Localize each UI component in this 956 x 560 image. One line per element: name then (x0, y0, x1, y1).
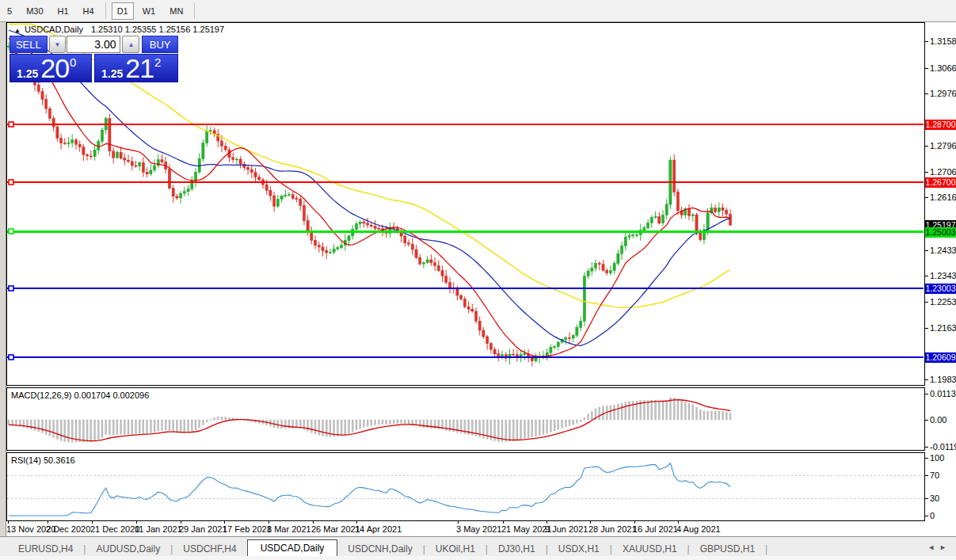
date-axis-tick (269, 521, 269, 524)
chart-tabs: EURUSD,H4|AUDUSD,Daily|USDCHF,H4USDCAD,D… (8, 539, 767, 558)
tf-mn-button[interactable]: MN (164, 2, 189, 20)
price-tag: 1.25003 (925, 227, 956, 238)
tf-h4-button[interactable]: H4 (78, 2, 100, 20)
price-axis-tick (925, 250, 928, 251)
chart-tab-usdcnh-daily[interactable]: USDCNH,Daily (337, 541, 422, 557)
price-axis-label: 1.27960 (930, 141, 956, 150)
status-strip (0, 556, 956, 560)
date-axis-label: 17 Feb 2021 (223, 524, 272, 534)
date-axis-label: 14 Apr 2021 (355, 524, 402, 534)
chart-tab-gbpusd-h1[interactable]: GBPUSD,H1 (690, 541, 765, 557)
price-tag: 1.23003 (925, 284, 956, 294)
date-axis[interactable]: 13 Nov 20202 Dec 202021 Dec 202011 Jan 2… (6, 521, 924, 536)
rsi-panel[interactable]: RSI(14) 50.3616 (6, 452, 925, 521)
chart-tab-usdcad-daily[interactable]: USDCAD,Daily (247, 539, 338, 557)
buy-price-big-digits: 21 (125, 56, 154, 80)
left-gutter (0, 22, 6, 536)
date-axis-label: 26 Mar 2021 (311, 524, 360, 534)
chart-ohlc-values: 1.25310 1.25355 1.25156 1.25197 (91, 25, 224, 34)
date-axis-tick (8, 521, 9, 524)
price-axis-label: 70 (930, 470, 939, 480)
price-axis-label: 1.31585 (930, 36, 956, 46)
price-axis-tick (925, 516, 928, 516)
trade-prices-row: 1.25 20 0 1.25 21 2 (10, 54, 178, 82)
price-axis-label: 0.00 (930, 415, 946, 425)
sell-price-big-digits: 20 (40, 56, 69, 80)
price-axis-tick (925, 172, 928, 173)
tf-m30-button[interactable]: M30 (21, 2, 48, 20)
chart-title: ▲USDCAD,Daily1.25310 1.25355 1.25156 1.2… (14, 25, 224, 34)
date-axis-tick (590, 521, 591, 524)
date-axis-tick (356, 521, 357, 524)
date-axis-label: 8 Mar 2021 (267, 524, 311, 534)
macd-signal-value: 0.002096 (112, 390, 149, 400)
price-axis-label: 1.29760 (930, 89, 956, 98)
price-axis-label: 1.23435 (930, 271, 956, 280)
volume-decrease-button[interactable]: ▼ (49, 36, 67, 53)
volume-input[interactable] (67, 36, 120, 53)
sell-price-pipette: 0 (70, 55, 76, 69)
tf-d1-button[interactable]: D1 (112, 2, 134, 20)
chart-tab-eurusd-h4[interactable]: EURUSD,H4 (8, 541, 83, 557)
price-axis-tick (925, 68, 928, 69)
macd-panel[interactable]: MACD(12,26,9) 0.001704 0.002096 (6, 387, 925, 451)
volume-increase-button[interactable]: ▲ (122, 36, 139, 53)
up-arrow-icon: ▲ (128, 41, 134, 48)
price-axis-tick (925, 498, 928, 499)
price-axis-label: 1.24335 (930, 246, 956, 255)
date-axis-label: 9 Jun 2021 (545, 524, 588, 534)
date-axis-tick (224, 521, 225, 524)
tf-h1-button[interactable]: H1 (52, 2, 74, 20)
buy-button[interactable]: BUY (142, 36, 178, 53)
sell-price-display[interactable]: 1.25 20 0 (10, 54, 92, 82)
date-axis-tick (136, 521, 137, 524)
scroll-left-icon[interactable]: ◄ (927, 543, 939, 551)
price-axis-label: 1.30660 (930, 63, 956, 73)
date-axis-tick (547, 521, 547, 524)
rsi-value: 50.3616 (44, 455, 75, 465)
date-axis-tick (48, 521, 48, 524)
down-arrow-icon: ▼ (55, 41, 61, 48)
price-axis[interactable]: 1.315851.306601.297601.279601.270601.261… (925, 22, 956, 536)
chart-tab-audusd-daily[interactable]: AUDUSD,Daily (86, 541, 170, 557)
price-axis-label: 0.01135 (930, 389, 956, 398)
price-axis-tick (925, 302, 928, 303)
price-axis-tick (925, 475, 928, 476)
toolbar-separator (194, 2, 195, 19)
collapse-triangle-icon[interactable]: ▲ (14, 27, 21, 34)
scroll-right-icon[interactable]: ► (939, 543, 951, 551)
chart-tab-dj30-h1[interactable]: DJ30,H1 (488, 541, 546, 557)
date-axis-label: 29 Jan 2021 (179, 524, 227, 534)
sell-button[interactable]: SELL (10, 36, 48, 53)
rsi-chart[interactable] (7, 453, 924, 520)
price-axis-label: -0.01190 (930, 442, 956, 451)
chart-tab-usdx-h1[interactable]: USDX,H1 (548, 541, 610, 557)
price-axis-tick (925, 276, 928, 276)
price-axis-label: 1.26160 (930, 192, 956, 202)
rsi-label-row: RSI(14) 50.3616 (11, 455, 75, 465)
price-axis-tick (925, 197, 928, 198)
tf-w1-button[interactable]: W1 (137, 2, 162, 20)
chart-symbol-label: USDCAD,Daily (25, 25, 83, 34)
price-axis-tick (925, 146, 928, 147)
chart-tab-xauusd-h1[interactable]: XAUUSD,H1 (612, 541, 687, 557)
chart-tab-usdchf-h4[interactable]: USDCHF,H4 (173, 541, 246, 557)
date-axis-label: 21 Dec 2020 (90, 524, 139, 534)
date-axis-tick (678, 521, 679, 524)
price-axis-label: 1.21635 (930, 323, 956, 333)
price-axis-label: 1.27060 (930, 167, 956, 177)
price-axis-label: 30 (930, 493, 939, 503)
tf-m15-button[interactable]: 5 (2, 2, 17, 20)
price-axis-tick (925, 394, 928, 394)
price-axis-tick (925, 420, 928, 421)
buy-price-display[interactable]: 1.25 21 2 (94, 54, 178, 82)
macd-label-row: MACD(12,26,9) 0.001704 0.002096 (11, 390, 149, 400)
price-tag: 1.20609 (925, 352, 956, 363)
date-axis-tick (458, 521, 459, 524)
chart-tab-ukoil-h1[interactable]: UKOil,H1 (425, 541, 486, 557)
macd-indicator-label: MACD(12,26,9) (11, 390, 71, 400)
price-tag: 1.26700 (925, 177, 956, 188)
price-axis-label: 0 (930, 511, 935, 520)
date-axis-tick (181, 521, 181, 524)
sell-price-prefix: 1.25 (17, 67, 38, 80)
